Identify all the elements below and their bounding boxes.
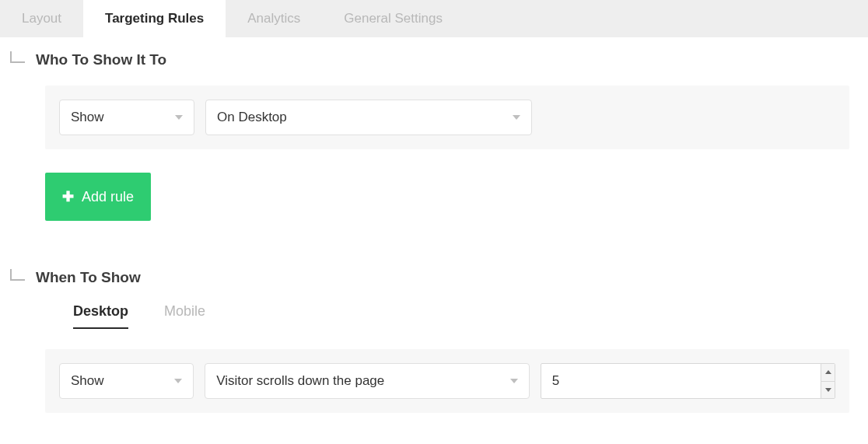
chevron-down-icon [175, 115, 183, 120]
add-rule-button[interactable]: ✚ Add rule [45, 173, 151, 221]
who-condition-select[interactable]: On Desktop [205, 100, 532, 135]
when-condition-select[interactable]: Visitor scrolls down the page [205, 363, 529, 399]
spinner-up-button[interactable] [821, 364, 835, 382]
sub-tab-mobile[interactable]: Mobile [164, 303, 205, 329]
who-condition-value: On Desktop [217, 110, 287, 125]
who-action-value: Show [71, 110, 104, 125]
sub-tab-desktop[interactable]: Desktop [73, 303, 128, 329]
tree-branch-icon [9, 269, 26, 283]
when-condition-value: Visitor scrolls down the page [216, 373, 384, 389]
who-rule-panel: Show On Desktop [45, 86, 849, 149]
when-value-input[interactable] [541, 364, 821, 398]
when-section-title: When To Show [36, 269, 141, 286]
when-sub-tabs: Desktop Mobile [73, 303, 859, 329]
chevron-down-icon [510, 379, 518, 383]
tab-general-settings[interactable]: General Settings [322, 0, 464, 37]
when-rule-row: Show Visitor scrolls down the page [59, 363, 835, 399]
tree-branch-icon [9, 51, 26, 65]
add-rule-label: Add rule [82, 189, 134, 205]
spinner-down-button[interactable] [821, 382, 835, 399]
when-value-input-wrap [541, 363, 835, 399]
when-action-select[interactable]: Show [59, 363, 194, 399]
chevron-down-icon [513, 115, 520, 120]
who-rule-row: Show On Desktop [59, 100, 835, 135]
tab-layout[interactable]: Layout [0, 0, 83, 37]
who-section-header: Who To Show It To [9, 51, 859, 68]
main-tab-bar: Layout Targeting Rules Analytics General… [0, 0, 868, 37]
who-action-select[interactable]: Show [59, 100, 194, 135]
arrow-down-icon [825, 388, 831, 392]
number-spinner [821, 364, 835, 398]
tab-targeting-rules[interactable]: Targeting Rules [83, 0, 226, 37]
chevron-down-icon [174, 379, 182, 383]
plus-icon: ✚ [62, 188, 74, 205]
arrow-up-icon [825, 370, 831, 374]
when-section-header: When To Show [9, 269, 859, 286]
when-rule-panel: Show Visitor scrolls down the page [45, 349, 849, 413]
tab-analytics[interactable]: Analytics [226, 0, 322, 37]
when-action-value: Show [71, 373, 104, 389]
who-section-title: Who To Show It To [36, 51, 166, 68]
